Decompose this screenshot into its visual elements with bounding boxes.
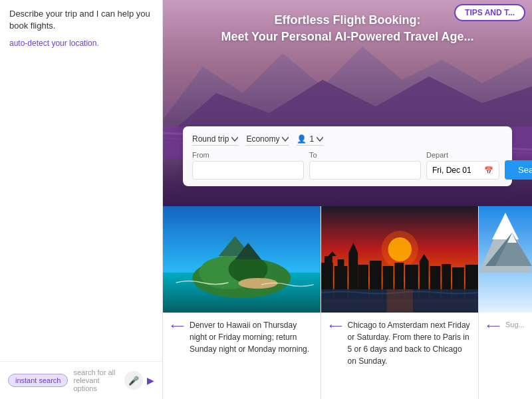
svg-rect-36: [386, 289, 412, 313]
main-content: TIPS AND T...: [163, 0, 532, 399]
from-label: From: [192, 151, 304, 159]
mountain-landscape-svg: [479, 206, 532, 313]
depart-date-value: Fri, Dec 01: [432, 166, 471, 175]
trip-type-dropdown[interactable]: Round trip: [192, 134, 238, 146]
depart-field-group: Depart Fri, Dec 01 📅: [426, 151, 499, 180]
instant-search-badge[interactable]: instant search: [8, 374, 68, 387]
to-field-group: To: [309, 151, 421, 180]
chevron-down-icon: [231, 136, 238, 142]
mountain-image-bg: [479, 206, 532, 313]
send-button[interactable]: ▶: [147, 375, 154, 386]
passengers-dropdown[interactable]: 👤 1: [297, 134, 323, 146]
search-row-1: Round trip Economy 👤 1: [192, 134, 503, 146]
cards-section: ⟵ Denver to Hawaii on Thursday night or …: [163, 206, 532, 399]
search-row-2: From To Depart Fri, Dec 01 📅 Search: [192, 151, 503, 180]
hawaii-image-bg: [163, 206, 321, 313]
search-input-area: search for all relevant options 🎤 ▶: [73, 368, 154, 392]
card-mountain-image: [479, 206, 532, 313]
amsterdam-landscape-svg: [321, 206, 479, 313]
mic-button[interactable]: 🎤: [124, 371, 143, 390]
card-mountain-arrow: ⟵: [487, 321, 500, 392]
card-hawaii-arrow: ⟵: [171, 321, 184, 392]
mic-icon: 🎤: [128, 376, 139, 386]
chevron-down-icon-2: [282, 136, 289, 142]
sidebar-bottom: instant search search for all relevant o…: [0, 361, 162, 399]
calendar-icon: 📅: [484, 166, 493, 175]
depart-date-input[interactable]: Fri, Dec 01 📅: [426, 161, 499, 180]
chevron-down-icon-3: [317, 136, 323, 142]
search-button[interactable]: Search: [505, 160, 532, 180]
card-hawaii: ⟵ Denver to Hawaii on Thursday night or …: [163, 206, 321, 399]
card-hawaii-image: [163, 206, 321, 313]
to-label: To: [309, 151, 421, 159]
card-amsterdam-body: ⟵ Chicago to Amsterdam next Friday or Sa…: [321, 313, 479, 399]
hero-title-line2: Meet Your Personal AI-Powered Travel Age…: [203, 29, 492, 45]
sidebar-location: auto-detect your location.: [9, 39, 153, 48]
hero-section: Effortless Flight Booking: Meet Your Per…: [163, 0, 532, 206]
sidebar: Describe your trip and I can help you bo…: [0, 0, 163, 399]
card-amsterdam: ⟵ Chicago to Amsterdam next Friday or Sa…: [321, 206, 479, 399]
card-hawaii-body: ⟵ Denver to Hawaii on Thursday night or …: [163, 313, 321, 399]
depart-label: Depart: [426, 151, 499, 159]
search-box: Round trip Economy 👤 1 From: [183, 126, 512, 186]
tips-button[interactable]: TIPS AND T...: [454, 4, 525, 21]
card-mountain-text: Sug...: [505, 319, 525, 392]
cabin-class-label: Economy: [246, 134, 279, 144]
trip-type-label: Round trip: [192, 134, 229, 144]
card-mountain: ⟵ Sug...: [479, 206, 532, 399]
amsterdam-image-bg: [321, 206, 479, 313]
cabin-class-dropdown[interactable]: Economy: [246, 134, 289, 146]
passenger-icon: 👤: [297, 134, 307, 144]
card-mountain-body: ⟵ Sug...: [479, 313, 532, 399]
to-input[interactable]: [309, 161, 421, 180]
card-amsterdam-image: [321, 206, 479, 313]
from-input[interactable]: [192, 161, 304, 180]
card-hawaii-text: Denver to Hawaii on Thursday night or Fr…: [190, 319, 313, 392]
card-amsterdam-text: Chicago to Amsterdam next Friday or Satu…: [348, 319, 471, 392]
hawaii-landscape-svg: [163, 206, 321, 313]
svg-point-16: [381, 231, 418, 268]
send-icon: ▶: [147, 375, 154, 386]
from-field-group: From: [192, 151, 304, 180]
card-amsterdam-arrow: ⟵: [329, 321, 342, 392]
location-link[interactable]: auto-detect your location.: [9, 39, 99, 48]
sidebar-content: Describe your trip and I can help you bo…: [0, 0, 162, 361]
passengers-label: 1: [309, 134, 314, 144]
sidebar-description: Describe your trip and I can help you bo…: [9, 8, 153, 32]
search-hint-text: search for all relevant options: [73, 368, 120, 392]
header: TIPS AND T...: [448, 0, 532, 25]
